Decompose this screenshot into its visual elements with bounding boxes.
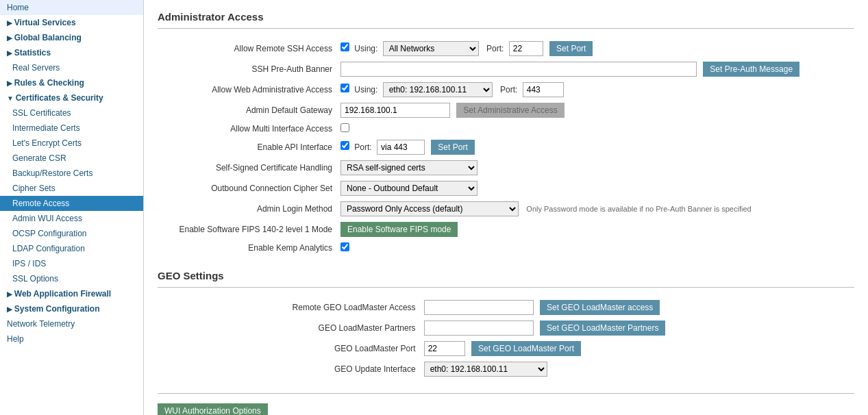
enable-fips-button[interactable]: Enable Software FIPS mode (340, 222, 458, 237)
sidebar-item-virtual-services[interactable]: Virtual Services (0, 15, 143, 30)
geo-settings-divider (158, 287, 854, 288)
geo-update-interface-row: GEO Update Interface eth0: 192.168.100.1… (158, 359, 854, 379)
set-geo-partners-button[interactable]: Set GEO LoadMaster Partners (540, 320, 665, 336)
multi-interface-row: Allow Multi Interface Access (158, 121, 854, 137)
api-port-label: Port: (354, 142, 371, 152)
sidebar-item-home[interactable]: Home (0, 0, 143, 15)
wui-authorization-button[interactable]: WUI Authorization Options (158, 403, 268, 415)
outbound-cipher-row: Outbound Connection Cipher Set None - Ou… (158, 178, 854, 199)
web-admin-checkbox[interactable] (340, 84, 349, 92)
ssh-port-input[interactable] (509, 41, 543, 56)
ssh-access-checkbox[interactable] (340, 42, 349, 51)
ssh-pre-auth-input[interactable] (340, 62, 697, 77)
geo-partners-row: GEO LoadMaster Partners Set GEO LoadMast… (158, 318, 854, 338)
api-set-port-button[interactable]: Set Port (431, 140, 474, 155)
ssh-using-label: Using: (354, 44, 377, 53)
remote-geo-access-label: Remote GEO LoadMaster Access (158, 297, 420, 318)
outbound-cipher-label: Outbound Connection Cipher Set (158, 178, 336, 199)
web-admin-port-input[interactable] (523, 82, 564, 97)
sidebar-item-ips-ids[interactable]: IPS / IDS (0, 256, 143, 271)
sidebar-item-global-balancing[interactable]: Global Balancing (0, 30, 143, 45)
admin-login-method-select[interactable]: Password Only Access (default) Certifica… (340, 201, 519, 216)
sidebar-item-web-app-firewall[interactable]: Web Application Firewall (0, 286, 143, 301)
wui-section: WUI Authorization Options (158, 393, 854, 415)
api-interface-label: Enable API Interface (158, 137, 336, 158)
self-signed-cert-label: Self-Signed Certificate Handling (158, 158, 336, 178)
sidebar-item-remote-access[interactable]: Remote Access (0, 196, 143, 211)
geo-settings-title: GEO Settings (158, 270, 854, 281)
self-signed-cert-controls: RSA self-signed certs ECDSA self-signed … (336, 158, 854, 178)
sidebar-item-ssl-certificates[interactable]: SSL Certificates (0, 105, 143, 121)
ssh-access-label: Allow Remote SSH Access (158, 38, 336, 59)
geo-update-interface-controls: eth0: 192.168.100.11 (420, 359, 854, 379)
sidebar: Home Virtual Services Global Balancing S… (0, 0, 144, 415)
fips-row: Enable Software FIPS 140-2 level 1 Mode … (158, 219, 854, 240)
self-signed-cert-select[interactable]: RSA self-signed certs ECDSA self-signed … (340, 160, 478, 175)
set-geo-access-button[interactable]: Set GEO LoadMaster access (540, 300, 660, 315)
kemp-analytics-checkbox[interactable] (340, 242, 349, 251)
ssh-pre-auth-controls: Set Pre-Auth Message (336, 59, 854, 79)
set-admin-access-button[interactable]: Set Administrative Access (456, 103, 564, 118)
admin-login-method-controls: Password Only Access (default) Certifica… (336, 199, 854, 219)
web-admin-using-label: Using: (354, 85, 377, 95)
web-admin-label: Allow Web Administrative Access (158, 79, 336, 100)
sidebar-item-cipher-sets[interactable]: Cipher Sets (0, 181, 143, 196)
ssh-network-select[interactable]: All Networks eth0: 192.168.100.11 (383, 41, 479, 56)
outbound-cipher-select[interactable]: None - Outbound Default Custom (340, 181, 478, 196)
sidebar-item-ldap-configuration[interactable]: LDAP Configuration (0, 241, 143, 256)
sidebar-item-lets-encrypt-certs[interactable]: Let's Encrypt Certs (0, 136, 143, 151)
sidebar-item-statistics[interactable]: Statistics (0, 45, 143, 60)
ssh-set-pre-auth-button[interactable]: Set Pre-Auth Message (703, 62, 799, 77)
sidebar-item-rules-checking[interactable]: Rules & Checking (0, 75, 143, 90)
sidebar-item-help[interactable]: Help (0, 331, 143, 347)
geo-settings-form: Remote GEO LoadMaster Access Set GEO Loa… (158, 297, 854, 379)
set-geo-port-button[interactable]: Set GEO LoadMaster Port (471, 341, 581, 356)
sidebar-item-certificates-security[interactable]: Certificates & Security (0, 90, 143, 105)
sidebar-item-network-telemetry[interactable]: Network Telemetry (0, 316, 143, 331)
multi-interface-checkbox[interactable] (340, 123, 349, 132)
admin-access-divider (158, 28, 854, 29)
ssh-set-port-button[interactable]: Set Port (549, 41, 593, 56)
geo-partners-controls: Set GEO LoadMaster Partners (420, 318, 854, 338)
ssh-pre-auth-row: SSH Pre-Auth Banner Set Pre-Auth Message (158, 59, 854, 79)
admin-gateway-input[interactable] (340, 103, 450, 118)
geo-update-interface-select[interactable]: eth0: 192.168.100.11 (424, 362, 547, 377)
web-admin-network-select[interactable]: eth0: 192.168.100.11 (383, 82, 493, 97)
admin-access-form: Allow Remote SSH Access Using: All Netwo… (158, 38, 854, 256)
admin-gateway-controls: Set Administrative Access (336, 100, 854, 121)
sidebar-item-ocsp-configuration[interactable]: OCSP Configuration (0, 226, 143, 241)
sidebar-item-backup-restore-certs[interactable]: Backup/Restore Certs (0, 166, 143, 181)
geo-partners-label: GEO LoadMaster Partners (158, 318, 420, 338)
geo-port-controls: Set GEO LoadMaster Port (420, 338, 854, 359)
sidebar-item-system-configuration[interactable]: System Configuration (0, 301, 143, 316)
geo-port-input[interactable] (424, 341, 465, 356)
geo-update-interface-label: GEO Update Interface (158, 359, 420, 379)
geo-partners-input[interactable] (424, 320, 534, 336)
web-admin-port-label: Port: (500, 85, 517, 95)
geo-port-label: GEO LoadMaster Port (158, 338, 420, 359)
api-interface-checkbox[interactable] (340, 141, 349, 150)
remote-geo-access-controls: Set GEO LoadMaster access (420, 297, 854, 318)
kemp-analytics-controls (336, 240, 854, 256)
kemp-analytics-row: Enable Kemp Analytics (158, 240, 854, 256)
multi-interface-label: Allow Multi Interface Access (158, 121, 336, 137)
api-port-input[interactable] (377, 140, 425, 155)
admin-access-title: Administrator Access (158, 11, 854, 23)
sidebar-item-intermediate-certs[interactable]: Intermediate Certs (0, 121, 143, 136)
self-signed-cert-row: Self-Signed Certificate Handling RSA sel… (158, 158, 854, 178)
geo-settings-section: GEO Settings Remote GEO LoadMaster Acces… (158, 270, 854, 379)
admin-login-method-label: Admin Login Method (158, 199, 336, 219)
remote-geo-access-input[interactable] (424, 300, 534, 315)
fips-controls: Enable Software FIPS mode (336, 219, 854, 240)
sidebar-item-generate-csr[interactable]: Generate CSR (0, 151, 143, 166)
multi-interface-controls (336, 121, 854, 137)
web-admin-controls: Using: eth0: 192.168.100.11 Port: (336, 79, 854, 100)
admin-login-method-row: Admin Login Method Password Only Access … (158, 199, 854, 219)
geo-port-row: GEO LoadMaster Port Set GEO LoadMaster P… (158, 338, 854, 359)
sidebar-item-real-servers[interactable]: Real Servers (0, 60, 143, 75)
admin-gateway-row: Admin Default Gateway Set Administrative… (158, 100, 854, 121)
sidebar-item-admin-wui-access[interactable]: Admin WUI Access (0, 211, 143, 226)
sidebar-item-ssl-options[interactable]: SSL Options (0, 271, 143, 286)
api-interface-row: Enable API Interface Port: Set Port (158, 137, 854, 158)
ssh-access-controls: Using: All Networks eth0: 192.168.100.11… (336, 38, 854, 59)
